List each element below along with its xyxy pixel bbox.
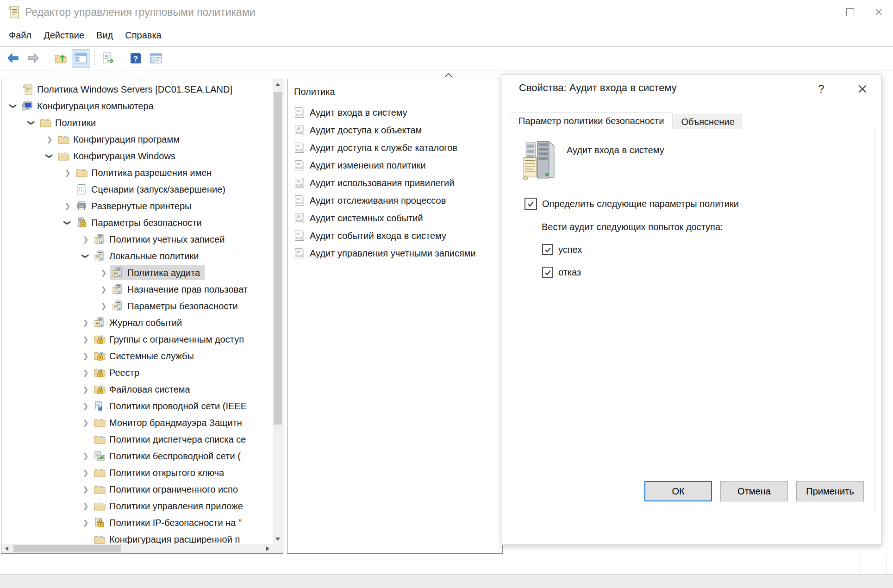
cancel-button[interactable]: Отмена [720, 481, 788, 501]
help-button[interactable]: ? [126, 49, 145, 68]
tab-security-policy-setting[interactable]: Параметр политики безопасности [510, 112, 673, 130]
tree-item[interactable]: ❯Группы с ограниченным доступ [1, 331, 273, 348]
tree-item[interactable]: ❯Файловая система [1, 381, 273, 398]
policy-row[interactable]: 10010Аудит доступа к службе каталогов [287, 139, 502, 156]
export-list-button[interactable] [99, 49, 118, 68]
chevron-down-icon[interactable]: ❯ [9, 100, 18, 113]
tree-item[interactable]: ❯Монитор брандмауэра Защитн [1, 414, 273, 431]
dialog-help-button[interactable]: ? [813, 81, 829, 97]
policy-column-header[interactable]: Политика [294, 87, 502, 97]
chevron-down-icon[interactable]: ❯ [27, 116, 36, 129]
chevron-right-icon[interactable]: ❯ [79, 235, 92, 244]
tree-item[interactable]: ❯Политики [1, 114, 273, 131]
svg-text:010: 010 [296, 219, 303, 223]
chevron-right-icon[interactable]: ❯ [79, 469, 92, 477]
tree-item[interactable]: ❯Политики открытого ключа [1, 464, 273, 481]
up-level-button[interactable] [51, 49, 70, 68]
svg-text:10: 10 [296, 144, 301, 148]
tree-item[interactable]: ❯Развернутые принтеры [1, 198, 273, 214]
tree-item[interactable]: ❯Политика разрешения имен [1, 164, 273, 181]
back-arrow-button[interactable] [4, 49, 22, 68]
scroll-left-arrow[interactable] [1, 544, 12, 554]
dialog-close-button[interactable] [853, 81, 872, 97]
vertical-scroll-thumb[interactable] [274, 92, 282, 425]
chevron-down-icon[interactable]: ❯ [81, 250, 90, 263]
успех-checkbox[interactable] [542, 244, 553, 255]
policy-row[interactable]: 10010Аудит доступа к объектам [287, 121, 502, 139]
tree-item[interactable]: ❯Политики беспроводной сети ( [1, 448, 273, 464]
chevron-right-icon[interactable]: ❯ [79, 335, 92, 344]
chevron-right-icon[interactable]: ❯ [61, 169, 74, 177]
chevron-down-icon[interactable]: ❯ [45, 150, 54, 163]
chevron-right-icon[interactable]: ❯ [43, 135, 56, 144]
tree-item[interactable]: ❯Параметры безопасности [1, 214, 273, 231]
tab-explanation[interactable]: Объяснение [674, 114, 742, 129]
policy-row[interactable]: 10010Аудит отслеживания процессов [287, 192, 502, 209]
scroll-down-arrow[interactable] [273, 534, 283, 544]
tree-item-label: Монитор брандмауэра Защитн [109, 418, 242, 428]
tree-item[interactable]: ❯Конфигурация программ [1, 131, 273, 148]
chevron-down-icon[interactable]: ❯ [63, 216, 72, 229]
maximize-button[interactable] [836, 0, 864, 24]
chevron-right-icon[interactable]: ❯ [79, 369, 92, 377]
tree-item-body: Сценарии (запуск/завершение) [74, 182, 230, 197]
scroll-up-indicator-icon[interactable] [443, 72, 454, 79]
menu-item-справка[interactable]: Справка [119, 27, 167, 44]
ok-button[interactable]: ОК [644, 481, 712, 501]
chevron-right-icon[interactable]: ❯ [61, 202, 74, 210]
properties-window-button[interactable] [147, 49, 165, 68]
policy-row[interactable]: 10010Аудит изменения политики [287, 156, 502, 174]
tree-item[interactable]: ❯Конфигурация Windows [1, 148, 273, 164]
tree-item[interactable]: ❯Локальные политики [1, 248, 273, 264]
chevron-right-icon[interactable]: ❯ [79, 485, 92, 494]
tree-item[interactable]: Сценарии (запуск/завершение) [1, 181, 273, 198]
define-policy-checkbox[interactable] [525, 198, 537, 210]
chevron-right-icon[interactable]: ❯ [79, 402, 92, 410]
tree-item[interactable]: ❯Политики ограниченного испо [1, 481, 273, 498]
tree-item[interactable]: ❯Политики проводной сети (IEEE [1, 398, 273, 414]
tree-item-body: Политика аудита [110, 265, 205, 280]
policy-row[interactable]: 10010Аудит системных событий [287, 209, 502, 227]
chevron-right-icon[interactable]: ❯ [79, 452, 92, 460]
tree-item[interactable]: ❯Политики учетных записей [1, 231, 273, 248]
close-button[interactable] [864, 0, 893, 24]
chevron-right-icon[interactable]: ❯ [79, 502, 92, 510]
chevron-right-icon[interactable]: ❯ [97, 285, 110, 294]
horizontal-scroll-thumb[interactable] [13, 545, 121, 552]
tree-item[interactable]: Политики диспетчера списка се [1, 431, 273, 448]
scroll-right-arrow[interactable] [262, 544, 273, 554]
policy-row[interactable]: 10010Аудит событий входа в систему [287, 227, 502, 244]
scroll-up-arrow[interactable] [273, 79, 283, 89]
policy-row[interactable]: 10010Аудит использования привилегий [287, 174, 502, 192]
tree-item[interactable]: ❯Журнал событий [1, 314, 273, 331]
chevron-right-icon[interactable]: ❯ [79, 385, 92, 394]
tree-item[interactable]: ❯Конфигурация компьютера [1, 98, 273, 114]
chevron-right-icon[interactable]: ❯ [79, 352, 92, 360]
policy-row[interactable]: 10010Аудит управления учетными записями [287, 244, 502, 262]
console-tree-toggle-button[interactable] [72, 49, 90, 68]
отказ-checkbox[interactable] [542, 267, 553, 278]
tree-item[interactable]: ❯Назначение прав пользоват [1, 281, 273, 298]
tree-item[interactable]: ❯Политики управления приложе [1, 498, 273, 514]
policy-row[interactable]: 10010Аудит входа в систему [287, 104, 502, 121]
menu-item-действие[interactable]: Действие [37, 27, 90, 44]
folder-lock-icon [94, 350, 106, 362]
tree-item[interactable]: ❯Параметры безопасности [1, 298, 273, 314]
tree-horizontal-scrollbar[interactable] [1, 544, 273, 553]
tree-item[interactable]: ❯Политика аудита [1, 264, 273, 281]
tree-item[interactable]: ❯Системные службы [1, 348, 273, 364]
menu-item-файл[interactable]: Файл [3, 27, 37, 44]
chevron-right-icon[interactable]: ❯ [97, 302, 110, 310]
apply-button[interactable]: Применить [796, 481, 864, 501]
console-tree-pane: Политика Windows Servers [DC01.SEA.LAND]… [1, 79, 283, 554]
forward-arrow-button[interactable] [24, 49, 43, 68]
chevron-right-icon[interactable]: ❯ [97, 269, 110, 277]
tree-item[interactable]: Политика Windows Servers [DC01.SEA.LAND] [1, 81, 273, 98]
tree-vertical-scrollbar[interactable] [273, 79, 283, 544]
menu-item-вид[interactable]: Вид [90, 27, 119, 44]
chevron-right-icon[interactable]: ❯ [79, 419, 92, 427]
tree-item[interactable]: ❯Политики IP-безопасности на " [1, 514, 273, 531]
chevron-right-icon[interactable]: ❯ [79, 319, 92, 327]
tree-item[interactable]: ❯Реестр [1, 364, 273, 381]
chevron-right-icon[interactable]: ❯ [79, 519, 92, 527]
